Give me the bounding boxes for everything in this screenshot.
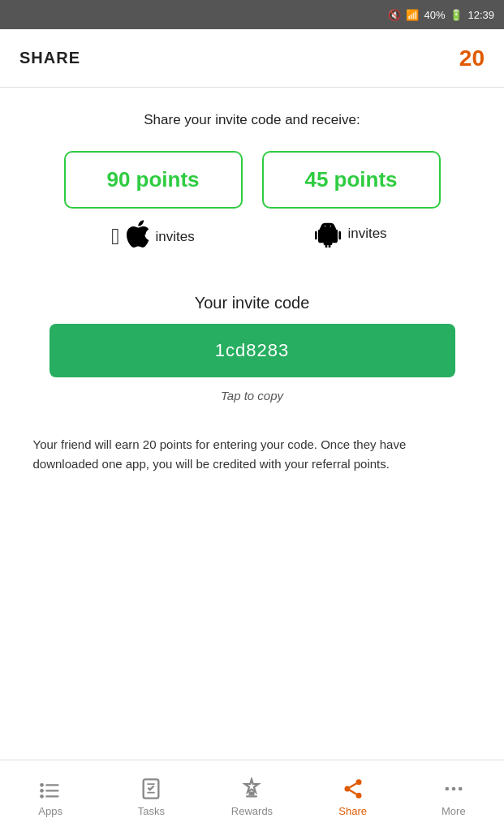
android-points-block: 45 points invites — [262, 151, 441, 253]
android-invite-label: invites — [315, 220, 386, 248]
page-title: SHARE — [19, 49, 80, 67]
time-display: 12:39 — [467, 9, 494, 21]
svg-point-0 — [40, 783, 44, 787]
nav-label-tasks: Tasks — [138, 805, 165, 817]
rewards-icon — [240, 777, 263, 800]
apple-logo-svg — [127, 220, 149, 248]
android-logo-svg — [315, 220, 341, 248]
tap-to-copy: Tap to copy — [221, 389, 283, 403]
android-points-box: 45 points — [262, 151, 441, 209]
svg-rect-5 — [45, 795, 58, 797]
apps-icon — [39, 777, 62, 800]
apple-icon:  — [111, 226, 119, 248]
header-count: 20 — [459, 45, 485, 71]
status-bar-icons: 🔇 📶 40% 🔋 12:39 — [388, 9, 494, 21]
share-description: Share your invite code and receive: — [144, 112, 360, 128]
ios-points-box: 90 points — [64, 151, 243, 209]
ios-invite-label:  invites — [111, 220, 194, 253]
ios-points-block: 90 points  invites — [64, 151, 243, 253]
nav-item-apps[interactable]: Apps — [18, 777, 83, 817]
nav-label-apps: Apps — [38, 805, 62, 817]
mute-icon: 🔇 — [388, 9, 401, 21]
invite-section: Your invite code 1cd8283 Tap to copy — [50, 294, 455, 403]
nav-label-share: Share — [338, 805, 367, 817]
battery-icon: 🔋 — [450, 9, 463, 21]
nav-item-more[interactable]: More — [421, 777, 486, 817]
share-icon — [342, 777, 364, 800]
svg-rect-10 — [249, 792, 255, 796]
android-invites-text: invites — [347, 226, 386, 242]
header: SHARE 20 — [0, 29, 504, 88]
nav-item-share[interactable]: Share — [321, 777, 386, 817]
svg-rect-1 — [45, 784, 58, 786]
svg-line-15 — [350, 790, 356, 794]
nav-item-rewards[interactable]: Rewards — [219, 777, 284, 817]
svg-point-17 — [452, 787, 456, 791]
more-icon — [442, 777, 465, 800]
svg-point-2 — [40, 789, 44, 793]
svg-point-13 — [355, 793, 361, 799]
wifi-icon: 📶 — [406, 9, 419, 21]
svg-point-4 — [40, 794, 44, 799]
info-text: Your friend will earn 20 points for ente… — [25, 435, 480, 474]
invite-code-button[interactable]: 1cd8283 — [50, 324, 455, 377]
invite-code-label: Your invite code — [195, 294, 310, 312]
ios-invites-text: invites — [156, 229, 195, 245]
bottom-nav: Apps Tasks Rewards Share — [0, 760, 504, 831]
svg-rect-3 — [45, 790, 58, 791]
svg-point-18 — [459, 787, 463, 791]
tasks-icon — [140, 777, 162, 800]
svg-point-12 — [344, 786, 350, 792]
apple-icon-alt — [127, 220, 149, 253]
svg-rect-9 — [246, 795, 257, 797]
nav-label-more: More — [442, 805, 466, 817]
svg-point-16 — [445, 787, 449, 791]
svg-point-11 — [355, 779, 361, 785]
main-content: Share your invite code and receive: 90 p… — [0, 88, 504, 760]
nav-item-tasks[interactable]: Tasks — [118, 777, 183, 817]
status-bar: 🔇 📶 40% 🔋 12:39 — [0, 0, 504, 29]
battery-text: 40% — [424, 9, 445, 21]
points-row: 90 points  invites 45 points invites — [16, 151, 488, 253]
nav-label-rewards: Rewards — [231, 805, 273, 817]
svg-line-14 — [350, 783, 356, 787]
